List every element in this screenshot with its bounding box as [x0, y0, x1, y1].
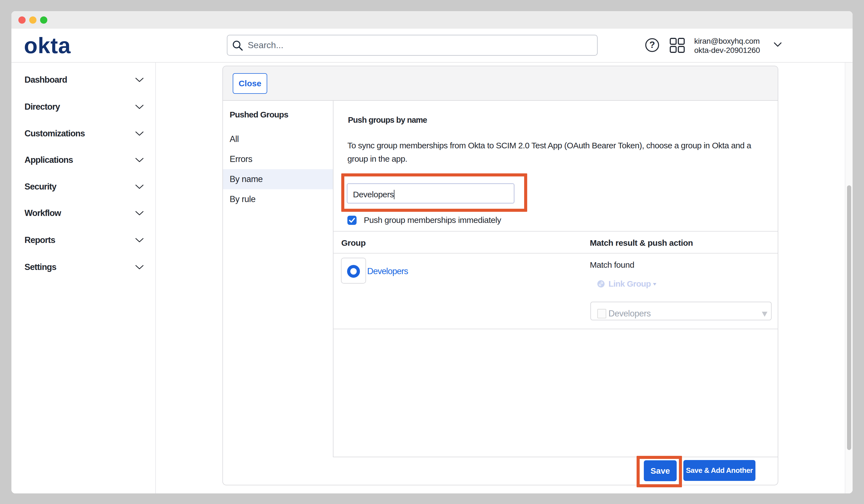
svg-text:?: ?: [649, 39, 655, 50]
